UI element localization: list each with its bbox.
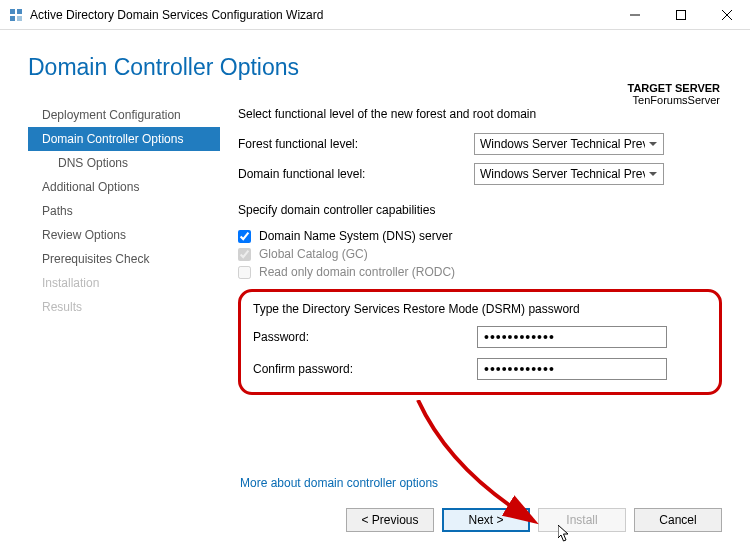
svg-rect-2 bbox=[10, 16, 15, 21]
dsrm-callout: Type the Directory Services Restore Mode… bbox=[238, 289, 722, 395]
functional-level-heading: Select functional level of the new fores… bbox=[238, 107, 722, 121]
svg-rect-0 bbox=[10, 9, 15, 14]
svg-rect-5 bbox=[677, 10, 686, 19]
cancel-button[interactable]: Cancel bbox=[634, 508, 722, 532]
target-server-label: TARGET SERVER bbox=[628, 82, 721, 94]
confirm-password-input[interactable] bbox=[477, 358, 667, 380]
previous-button[interactable]: < Previous bbox=[346, 508, 434, 532]
rodc-checkbox-label: Read only domain controller (RODC) bbox=[259, 265, 455, 279]
maximize-button[interactable] bbox=[658, 0, 704, 30]
domain-level-label: Domain functional level: bbox=[238, 167, 474, 181]
capabilities-heading: Specify domain controller capabilities bbox=[238, 203, 722, 217]
wizard-sidebar: Deployment ConfigurationDomain Controlle… bbox=[28, 103, 220, 395]
password-label: Password: bbox=[253, 330, 477, 344]
sidebar-item-domain-controller-options[interactable]: Domain Controller Options bbox=[28, 127, 220, 151]
dsrm-heading: Type the Directory Services Restore Mode… bbox=[253, 302, 707, 316]
domain-level-select[interactable]: Windows Server Technical Previe bbox=[474, 163, 664, 185]
rodc-checkbox-row: Read only domain controller (RODC) bbox=[238, 265, 722, 279]
page-title: Domain Controller Options bbox=[28, 54, 722, 81]
svg-rect-3 bbox=[17, 16, 22, 21]
dns-checkbox-label: Domain Name System (DNS) server bbox=[259, 229, 452, 243]
forest-level-label: Forest functional level: bbox=[238, 137, 474, 151]
forest-level-select[interactable]: Windows Server Technical Previe bbox=[474, 133, 664, 155]
dns-checkbox-row[interactable]: Domain Name System (DNS) server bbox=[238, 229, 722, 243]
confirm-password-label: Confirm password: bbox=[253, 362, 477, 376]
gc-checkbox bbox=[238, 248, 251, 261]
rodc-checkbox bbox=[238, 266, 251, 279]
more-about-link[interactable]: More about domain controller options bbox=[240, 476, 438, 490]
minimize-button[interactable] bbox=[612, 0, 658, 30]
title-bar: Active Directory Domain Services Configu… bbox=[0, 0, 750, 30]
sidebar-item-deployment-configuration[interactable]: Deployment Configuration bbox=[28, 103, 220, 127]
app-icon bbox=[8, 7, 24, 23]
password-input[interactable] bbox=[477, 326, 667, 348]
sidebar-item-dns-options[interactable]: DNS Options bbox=[28, 151, 220, 175]
gc-checkbox-row: Global Catalog (GC) bbox=[238, 247, 722, 261]
install-button: Install bbox=[538, 508, 626, 532]
main-panel: Select functional level of the new fores… bbox=[220, 103, 722, 395]
dns-checkbox[interactable] bbox=[238, 230, 251, 243]
gc-checkbox-label: Global Catalog (GC) bbox=[259, 247, 368, 261]
sidebar-item-additional-options[interactable]: Additional Options bbox=[28, 175, 220, 199]
sidebar-item-prerequisites-check[interactable]: Prerequisites Check bbox=[28, 247, 220, 271]
footer-buttons: < Previous Next > Install Cancel bbox=[346, 508, 722, 532]
sidebar-item-results: Results bbox=[28, 295, 220, 319]
next-button[interactable]: Next > bbox=[442, 508, 530, 532]
sidebar-item-paths[interactable]: Paths bbox=[28, 199, 220, 223]
close-button[interactable] bbox=[704, 0, 750, 30]
sidebar-item-review-options[interactable]: Review Options bbox=[28, 223, 220, 247]
cursor-icon bbox=[558, 525, 572, 543]
svg-rect-1 bbox=[17, 9, 22, 14]
window-title: Active Directory Domain Services Configu… bbox=[30, 8, 612, 22]
sidebar-item-installation: Installation bbox=[28, 271, 220, 295]
